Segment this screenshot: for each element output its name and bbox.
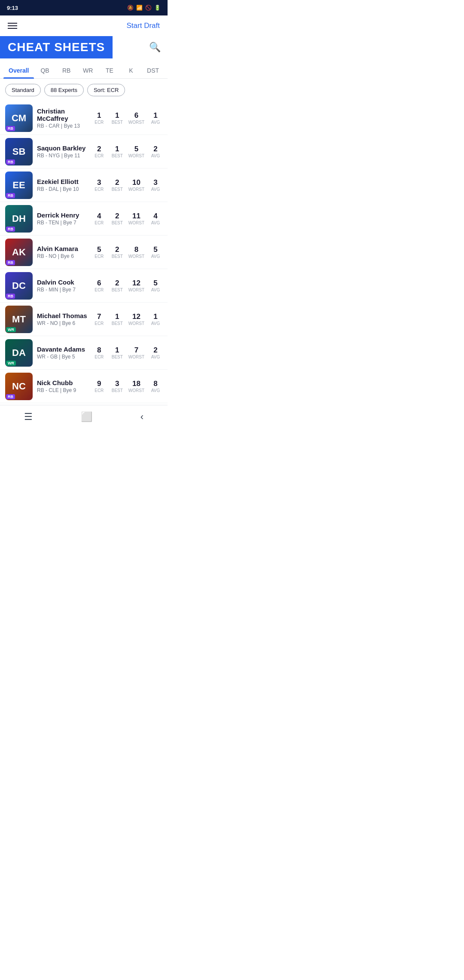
- worst-value: 18: [132, 380, 140, 388]
- player-row[interactable]: DC RB Dalvin Cook RB - MIN | Bye 7 6 ECR…: [0, 269, 168, 303]
- tab-qb[interactable]: QB: [34, 63, 55, 78]
- player-row[interactable]: MT WR Michael Thomas WR - NO | Bye 6 7 E…: [0, 303, 168, 336]
- player-stats: 9 ECR 3 BEST 18 WORST 8 AVG: [92, 380, 162, 393]
- stat-avg: 2 AVG: [149, 145, 162, 158]
- player-meta: WR - NO | Bye 6: [37, 320, 88, 326]
- player-avatar: DC RB: [5, 272, 33, 300]
- player-avatar: SB RB: [5, 138, 33, 165]
- best-label: BEST: [112, 288, 123, 292]
- player-row[interactable]: SB RB Saquon Barkley RB - NYG | Bye 11 2…: [0, 135, 168, 168]
- ecr-label: ECR: [95, 220, 104, 225]
- player-info: Ezekiel Elliott RB - DAL | Bye 10: [37, 178, 88, 192]
- player-row[interactable]: EE RB Ezekiel Elliott RB - DAL | Bye 10 …: [0, 168, 168, 202]
- avg-value: 5: [153, 279, 157, 288]
- page-title: CHEAT SHEETS: [0, 36, 113, 58]
- player-name: Michael Thomas: [37, 312, 88, 319]
- player-name: Ezekiel Elliott: [37, 178, 88, 185]
- ecr-value: 3: [97, 178, 101, 187]
- worst-value: 12: [132, 279, 140, 288]
- ecr-value: 9: [97, 380, 101, 388]
- start-draft-button[interactable]: Start Draft: [127, 21, 160, 30]
- best-label: BEST: [112, 187, 123, 192]
- experts-filter-button[interactable]: 88 Experts: [44, 84, 84, 96]
- ecr-value: 1: [97, 111, 101, 120]
- worst-value: 6: [134, 111, 138, 120]
- tab-dst[interactable]: DST: [142, 63, 164, 78]
- position-badge: RB: [6, 394, 15, 399]
- player-meta: RB - NYG | Bye 11: [37, 153, 88, 159]
- stat-best: 2 BEST: [110, 245, 124, 259]
- stat-worst: 7 WORST: [128, 346, 144, 359]
- hamburger-menu[interactable]: [8, 23, 17, 29]
- search-icon[interactable]: 🔍: [149, 42, 168, 53]
- stat-avg: 1 AVG: [149, 312, 162, 326]
- avg-value: 4: [153, 212, 157, 220]
- stat-best: 1 BEST: [110, 111, 124, 125]
- player-info: Davante Adams WR - GB | Bye 5: [37, 346, 88, 360]
- player-name: Derrick Henry: [37, 211, 88, 219]
- player-avatar: AK RB: [5, 239, 33, 266]
- stat-ecr: 9 ECR: [92, 380, 106, 393]
- avg-value: 2: [153, 145, 157, 153]
- stat-best: 2 BEST: [110, 279, 124, 292]
- ecr-value: 6: [97, 279, 101, 288]
- ecr-label: ECR: [95, 355, 104, 359]
- player-row[interactable]: NC RB Nick Chubb RB - CLE | Bye 9 9 ECR …: [0, 370, 168, 403]
- player-info: Michael Thomas WR - NO | Bye 6: [37, 312, 88, 326]
- avg-label: AVG: [151, 220, 160, 225]
- worst-label: WORST: [128, 120, 144, 125]
- position-badge: RB: [6, 193, 15, 198]
- nav-home-icon[interactable]: ⬜: [81, 411, 92, 423]
- worst-label: WORST: [128, 388, 144, 393]
- player-row[interactable]: CM RB Christian McCaffrey RB - CAR | Bye…: [0, 101, 168, 135]
- avg-label: AVG: [151, 388, 160, 393]
- worst-value: 10: [132, 178, 140, 187]
- player-name: Saquon Barkley: [37, 144, 88, 152]
- mute-icon: 🔕: [127, 5, 134, 11]
- best-label: BEST: [112, 254, 123, 259]
- player-stats: 3 ECR 2 BEST 10 WORST 3 AVG: [92, 178, 162, 192]
- player-row[interactable]: DH RB Derrick Henry RB - TEN | Bye 7 4 E…: [0, 202, 168, 236]
- tab-te[interactable]: TE: [99, 63, 120, 78]
- tabs-container: Overall QB RB WR TE K DST: [0, 63, 168, 79]
- stat-worst: 5 WORST: [128, 145, 144, 158]
- tab-rb[interactable]: RB: [56, 63, 77, 78]
- player-stats: 8 ECR 1 BEST 7 WORST 2 AVG: [92, 346, 162, 359]
- player-stats: 4 ECR 2 BEST 11 WORST 4 AVG: [92, 212, 162, 225]
- sort-filter-button[interactable]: Sort: ECR: [87, 84, 125, 96]
- nav-back-icon[interactable]: ‹: [140, 411, 143, 423]
- stat-worst: 11 WORST: [128, 212, 144, 225]
- player-row[interactable]: AK RB Alvin Kamara RB - NO | Bye 6 5 ECR…: [0, 236, 168, 269]
- player-list: CM RB Christian McCaffrey RB - CAR | Bye…: [0, 101, 168, 403]
- avg-label: AVG: [151, 355, 160, 359]
- position-badge: RB: [6, 260, 15, 265]
- player-info: Alvin Kamara RB - NO | Bye 6: [37, 245, 88, 259]
- stat-avg: 8 AVG: [149, 380, 162, 393]
- tab-wr[interactable]: WR: [77, 63, 99, 78]
- player-info: Dalvin Cook RB - MIN | Bye 7: [37, 279, 88, 293]
- tab-overall[interactable]: Overall: [3, 63, 34, 78]
- tab-k[interactable]: K: [120, 63, 142, 78]
- avg-value: 3: [153, 178, 157, 187]
- nav-menu-icon[interactable]: ☰: [24, 411, 33, 423]
- stat-avg: 5 AVG: [149, 245, 162, 259]
- position-badge: RB: [6, 126, 15, 131]
- stat-avg: 2 AVG: [149, 346, 162, 359]
- best-value: 2: [115, 178, 119, 187]
- player-meta: RB - DAL | Bye 10: [37, 186, 88, 192]
- player-row[interactable]: DA WR Davante Adams WR - GB | Bye 5 8 EC…: [0, 336, 168, 370]
- player-name: Alvin Kamara: [37, 245, 88, 252]
- best-label: BEST: [112, 321, 123, 326]
- battery-icon: 🔋: [154, 5, 161, 11]
- stat-ecr: 1 ECR: [92, 111, 106, 125]
- ecr-value: 7: [97, 312, 101, 321]
- stat-worst: 8 WORST: [128, 245, 144, 259]
- best-value: 2: [115, 279, 119, 288]
- scoring-filter-button[interactable]: Standard: [5, 84, 41, 96]
- ecr-label: ECR: [95, 153, 104, 158]
- player-stats: 2 ECR 1 BEST 5 WORST 2 AVG: [92, 145, 162, 158]
- player-info: Nick Chubb RB - CLE | Bye 9: [37, 379, 88, 393]
- player-info: Saquon Barkley RB - NYG | Bye 11: [37, 144, 88, 159]
- player-avatar: DH RB: [5, 205, 33, 233]
- best-label: BEST: [112, 120, 123, 125]
